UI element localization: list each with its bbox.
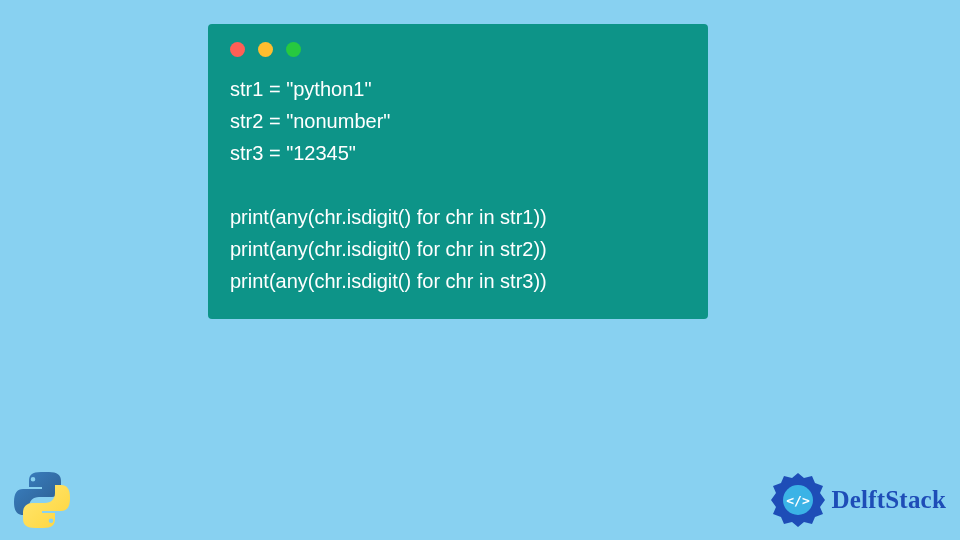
svg-text:</>: </> bbox=[786, 493, 810, 508]
window-close-dot bbox=[230, 42, 245, 57]
code-block: str1 = "python1" str2 = "nonumber" str3 … bbox=[208, 67, 708, 297]
brand-name: DelftStack bbox=[832, 486, 946, 514]
window-maximize-dot bbox=[286, 42, 301, 57]
brand-logo: </> DelftStack bbox=[770, 472, 946, 528]
code-card: str1 = "python1" str2 = "nonumber" str3 … bbox=[208, 24, 708, 319]
window-titlebar bbox=[208, 24, 708, 67]
python-logo-icon bbox=[10, 468, 74, 532]
brand-badge-icon: </> bbox=[770, 472, 826, 528]
window-minimize-dot bbox=[258, 42, 273, 57]
